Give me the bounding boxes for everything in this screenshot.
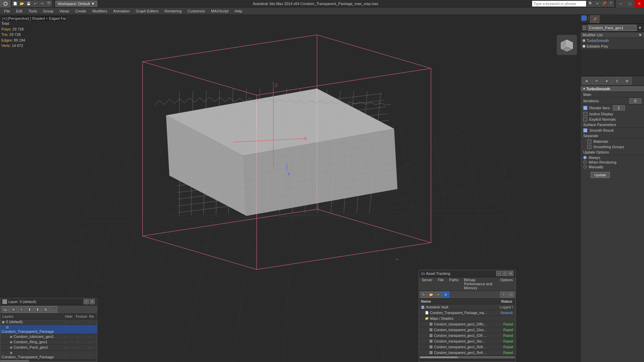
asset-menu-options[interactable]: Options [497, 277, 516, 291]
layer-row[interactable]: ◈ Condom_Pack_geo1········· [0, 345, 97, 350]
modifier-turbosmooth[interactable]: TurboSmooth [581, 38, 644, 44]
rp-dropdown-arrow[interactable]: ▼ [638, 25, 642, 30]
modifier-editpoly[interactable]: Editable Poly [581, 44, 644, 49]
layers-help-btn[interactable]: ? [84, 299, 89, 304]
menu-create[interactable]: Create [72, 8, 89, 14]
asset-menu-paths[interactable]: Paths [446, 277, 461, 291]
smooth-result-checkbox[interactable] [583, 128, 587, 132]
layer-row[interactable]: ◉ 0 (default)········· [0, 319, 97, 325]
asset-vscroll[interactable] [419, 359, 516, 362]
layers-scrollbar[interactable] [0, 360, 97, 362]
viewport[interactable]: [+] [Perspective] [ Shaded + Edged Faces… [0, 15, 580, 362]
navigation-cube[interactable] [557, 35, 577, 55]
menu-group[interactable]: Group [40, 8, 56, 14]
menu-file[interactable]: File [1, 8, 13, 14]
open-btn[interactable]: 📂 [19, 1, 25, 7]
menu-animation[interactable]: Animation [111, 8, 132, 14]
asset-info-btn[interactable]: ⓘ [507, 292, 514, 298]
always-radio[interactable] [583, 156, 587, 159]
menu-tools[interactable]: Tools [26, 8, 40, 14]
new-btn[interactable]: 📄 [12, 1, 18, 7]
layers-close-btn[interactable]: ✕ [90, 299, 95, 304]
materials-checkbox[interactable] [587, 139, 591, 143]
asset-row[interactable]: 📁Maps / Shaders [419, 316, 516, 321]
asset-table-btn[interactable]: ⊞ [442, 292, 449, 298]
when-rendering-radio[interactable] [583, 161, 587, 164]
layers-sort-btn[interactable]: ⇅ [42, 306, 49, 313]
layer-row[interactable]: ◈ Condom_Transparent_Package········· [0, 350, 97, 360]
modifier-list-arrow[interactable]: ▼ [638, 33, 642, 37]
pin-btn[interactable]: 📌 [601, 1, 607, 7]
asset-row[interactable]: 🖼Condom_transparent_geo1_Normal.pngFound [419, 339, 516, 344]
win-maximize-btn[interactable]: □ [625, 0, 635, 7]
menu-modifiers[interactable]: Modifiers [90, 8, 110, 14]
asset-row[interactable]: 🖼Condom_transparent_geo1_Refraction.pngF… [419, 350, 516, 356]
asset-close-btn[interactable]: ✕ [508, 271, 514, 276]
explicit-checkbox[interactable] [583, 117, 587, 121]
asset-minimize-btn[interactable]: – [496, 271, 501, 276]
asset-strip-btn[interactable]: ✂ [435, 292, 442, 298]
rp-pin-btn[interactable]: 📌 [590, 15, 599, 23]
win-close-btn[interactable]: ✕ [635, 0, 644, 7]
asset-hscroll-thumb[interactable] [420, 357, 458, 358]
workspace-dropdown[interactable]: Workspace: Default ▼ [55, 1, 97, 7]
menu-graph-editors[interactable]: Graph Editors [133, 8, 161, 14]
layers-settings-btn[interactable]: … [50, 306, 57, 313]
redo-btn[interactable]: ↪ [39, 1, 45, 7]
asset-row[interactable]: 🖼Condom_transparent_geo1_Reflection.pngF… [419, 344, 516, 350]
layer-row[interactable]: ◈ Condom_Ring_geo1········· [0, 340, 97, 345]
asset-hscroll-bar[interactable] [420, 356, 515, 358]
asset-menu-server[interactable]: Server [419, 277, 435, 291]
menu-customize[interactable]: Customize [185, 8, 208, 14]
menu-help[interactable]: Help [232, 8, 245, 14]
iterations-value[interactable]: 0 [629, 98, 641, 104]
layers-add-btn[interactable]: 🗂 [2, 306, 9, 313]
mod-icon-1[interactable]: ⊕ [582, 77, 591, 84]
asset-hscroll[interactable] [419, 356, 516, 359]
asset-row[interactable]: 🏦Autodesk VaultLogged I [419, 304, 516, 310]
menu-rendering[interactable]: Rendering [162, 8, 184, 14]
main-label-row: Main [581, 92, 644, 98]
layer-row[interactable]: ◈ Condom_lubricant_geo1········· [0, 334, 97, 340]
search-btn[interactable]: 🔍 [588, 1, 594, 7]
layers-new-btn[interactable]: + [18, 306, 25, 313]
asset-locate-btn[interactable]: 📂 [428, 292, 434, 298]
asset-item-status: Network [487, 311, 514, 315]
win-minimize-btn[interactable]: – [616, 0, 625, 7]
menu-edit[interactable]: Edit [13, 8, 25, 14]
smoothing-groups-checkbox[interactable] [587, 145, 591, 149]
layers-delete-btn[interactable]: ✕ [10, 306, 17, 313]
isoline-checkbox[interactable] [583, 112, 587, 116]
layers-move-dn-btn[interactable]: ⬇ [34, 306, 41, 313]
manually-radio[interactable] [583, 165, 587, 169]
layers-move-up-btn[interactable]: ⬆ [26, 306, 33, 313]
asset-row[interactable]: 🖼Condom_transparent_geo1_Glossiness.pngF… [419, 327, 516, 333]
rp-object-name-input[interactable] [588, 25, 637, 31]
asset-row[interactable]: 📄Condom_Transparent_Package_max_vray.max… [419, 310, 516, 316]
mod-icon-5[interactable]: ⊞ [622, 77, 632, 84]
asset-restore-btn[interactable]: □ [502, 271, 507, 276]
mod-icon-4[interactable]: ⊻ [612, 77, 622, 84]
menu-views[interactable]: Views [57, 8, 72, 14]
asset-refresh-btn[interactable]: ↻ [420, 292, 427, 298]
asset-col-status: Status [487, 299, 514, 303]
mod-icon-3[interactable]: ➤ [602, 77, 611, 84]
menu-maxscript[interactable]: MAXScript [208, 8, 231, 14]
rp-icon-color[interactable] [581, 15, 587, 21]
asset-menu-file[interactable]: File [435, 277, 446, 291]
undo-btn[interactable]: ↩ [32, 1, 38, 7]
render-iters-checkbox[interactable] [583, 106, 587, 110]
search-options-btn[interactable]: ≡ [594, 1, 600, 7]
save-btn[interactable]: 💾 [25, 1, 32, 7]
help-btn[interactable]: ? [608, 1, 614, 7]
render-iters-value[interactable]: 2 [613, 105, 625, 111]
asset-help-btn[interactable]: ? [500, 292, 507, 298]
layer-row[interactable]: ⊞ Condom_Transparent_Package········· [0, 325, 97, 334]
asset-row[interactable]: 🖼Condom_transparent_geo1_Diffuse.pngFoun… [419, 321, 516, 327]
mod-icon-2[interactable]: ✏ [592, 77, 601, 84]
asset-menu-bitmap[interactable]: Bitmap Performance and Memory [461, 277, 497, 291]
render-setup-btn[interactable]: 🎬 [46, 1, 52, 7]
search-input[interactable] [532, 2, 586, 6]
asset-row[interactable]: 🖼Condom_transparent_geo1_IOR.pngFound [419, 333, 516, 339]
update-button[interactable]: Update [591, 172, 610, 178]
